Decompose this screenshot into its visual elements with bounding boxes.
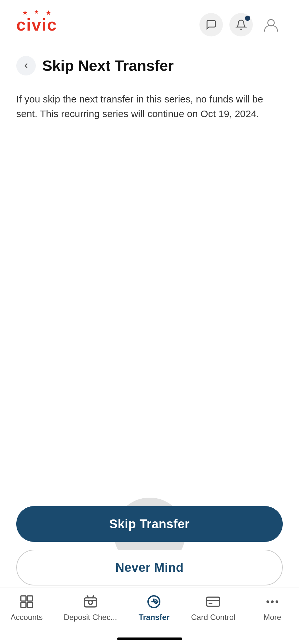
never-mind-button[interactable]: Never Mind [16, 550, 283, 585]
logo-wrapper: ★ ★ ★ civic [16, 15, 57, 34]
page-title: Skip Next Transfer [42, 57, 174, 74]
home-indicator [117, 637, 182, 640]
chat-button[interactable] [199, 13, 223, 36]
transfer-label: Transfer [139, 613, 170, 622]
svg-point-6 [88, 600, 92, 604]
header-icons [199, 13, 283, 36]
accounts-label: Accounts [11, 613, 43, 622]
svg-point-11 [276, 600, 278, 603]
notification-dot [245, 16, 250, 21]
back-button[interactable] [16, 56, 36, 75]
actions-area: Skip Transfer Never Mind [16, 506, 283, 585]
page-content: Skip Next Transfer If you skip the next … [0, 43, 299, 134]
more-label: More [264, 613, 281, 622]
accounts-icon [18, 593, 35, 610]
svg-rect-2 [27, 596, 33, 601]
bottom-nav: Accounts Deposit Chec... Transfer [0, 587, 299, 644]
nav-item-transfer[interactable]: Transfer [138, 593, 170, 622]
skip-transfer-label: Skip Transfer [109, 517, 190, 531]
card-control-label: Card Control [191, 613, 235, 622]
nav-item-deposit-check[interactable]: Deposit Chec... [64, 593, 117, 622]
logo-text: civic [16, 15, 57, 34]
deposit-label: Deposit Chec... [64, 613, 117, 622]
svg-rect-5 [85, 598, 96, 607]
transfer-icon [145, 593, 162, 610]
svg-rect-4 [27, 602, 33, 608]
page-header: Skip Next Transfer [16, 56, 283, 75]
description-text: If you skip the next transfer in this se… [16, 92, 283, 121]
chevron-left-icon [22, 62, 30, 70]
star2: ★ [34, 9, 39, 15]
logo: ★ ★ ★ civic [16, 15, 57, 34]
chat-icon [206, 19, 217, 30]
card-control-icon [205, 593, 222, 610]
svg-point-9 [266, 600, 269, 603]
more-icon [264, 593, 281, 610]
notification-button[interactable] [229, 13, 253, 36]
notification-icon [236, 19, 247, 30]
profile-button[interactable] [259, 13, 283, 36]
never-mind-label: Never Mind [116, 561, 184, 575]
nav-item-more[interactable]: More [256, 593, 289, 622]
nav-item-card-control[interactable]: Card Control [191, 593, 235, 622]
svg-point-10 [271, 600, 274, 603]
svg-rect-1 [21, 596, 26, 601]
header: ★ ★ ★ civic [0, 0, 299, 43]
profile-icon [263, 16, 279, 33]
skip-transfer-button[interactable]: Skip Transfer [16, 506, 283, 542]
svg-rect-8 [207, 597, 220, 606]
svg-rect-3 [21, 602, 26, 608]
deposit-icon [82, 593, 99, 610]
nav-item-accounts[interactable]: Accounts [10, 593, 43, 622]
